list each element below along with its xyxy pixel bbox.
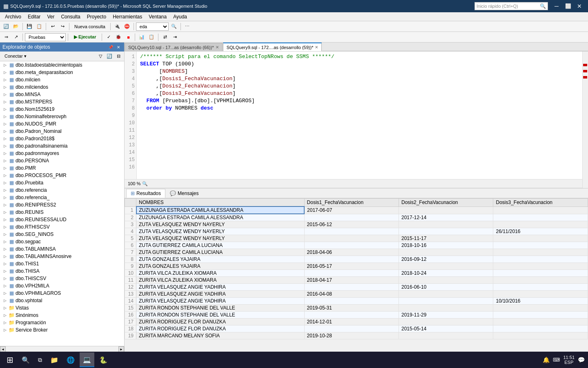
tree-item-reunis[interactable]: ▷ ▦ dbo.REUNIS: [0, 209, 124, 216]
tab-close-icon[interactable]: ✕: [216, 45, 219, 49]
undo-button[interactable]: ↩: [48, 22, 57, 31]
ssms-button[interactable]: 💻: [80, 352, 94, 367]
debug-button[interactable]: 🐞: [114, 33, 123, 42]
scroll-right[interactable]: ►: [118, 346, 124, 352]
search-input-placeholder[interactable]: Inicio rápido (Ctrl+Q): [477, 4, 518, 9]
parse-button[interactable]: ✓: [104, 33, 113, 42]
oe-pin-button[interactable]: 📌: [107, 44, 114, 50]
oe-close-button[interactable]: ✕: [115, 44, 122, 50]
tree-item-programacion[interactable]: ▷ 📁 Programación: [0, 319, 124, 326]
menu-proyecto[interactable]: Proyecto: [84, 13, 109, 20]
table-row[interactable]: 18ZURITA RODRIGUEZ FLOR DANUZKA2015-05-1…: [125, 325, 588, 332]
code-content[interactable]: /****** Script para el comando SelectTop…: [137, 52, 582, 179]
format-button[interactable]: ⇄: [160, 33, 169, 42]
tree-item-thisa[interactable]: ▷ ▦ dbo.THISA: [0, 267, 124, 275]
menu-archivo[interactable]: Archivo: [2, 13, 24, 20]
oe-refresh-button[interactable]: 🔄: [105, 52, 114, 61]
oe-filter-button[interactable]: ▽: [96, 52, 105, 61]
results-tab-mensajes[interactable]: 💬 Mensajes: [165, 189, 203, 198]
disconnect-button[interactable]: ⛔: [122, 22, 131, 31]
table-row[interactable]: 14ZURITA VELASQUEZ ANGIE YADHIRA10/10/20…: [125, 298, 588, 305]
editor-scrollbar[interactable]: [582, 52, 588, 188]
tree-item-mstrpers[interactable]: ▷ ▦ dbo.MSTRPERS: [0, 98, 124, 105]
table-row[interactable]: 16ZURITA RONDON STEPHANIE DEL VALLE2019-…: [125, 312, 588, 319]
menu-herramientas[interactable]: Herramientas: [109, 13, 145, 20]
menu-editar[interactable]: Editar: [24, 13, 44, 20]
file-explorer-button[interactable]: 📁: [47, 352, 62, 367]
tree-item-procesos[interactable]: ▷ ▦ dbo.PROCESOS_PMR: [0, 172, 124, 179]
results-content[interactable]: NOMBRES Dosis1_FechaVacunacion Dosis2_Fe…: [125, 198, 588, 352]
col-dosis2[interactable]: Dosis2_FechaVacunacion: [399, 199, 493, 207]
menu-ayuda[interactable]: Ayuda: [170, 13, 190, 20]
table-row[interactable]: 12ZURITA VELASQUEZ ANGIE YADHIRA2016-06-…: [125, 284, 588, 291]
col-dosis3[interactable]: Dosis3_FechaVacunacion: [493, 199, 588, 207]
table-row[interactable]: 19ZURITA MARCANO MELANY SOFIA2019-10-28: [125, 332, 588, 339]
tree-item-vistas[interactable]: ▷ 📁 Vistas: [0, 304, 124, 312]
tree-item-tablaminsa[interactable]: ▷ ▦ dbo.TABLAMINSA: [0, 245, 124, 253]
results-button[interactable]: 📋: [147, 33, 156, 42]
tree-item-pmr[interactable]: ▷ ▦ dbo.PMR: [0, 164, 124, 172]
table-row[interactable]: 17ZURITA RODRIGUEZ FLOR DANUZKA2014-12-0…: [125, 319, 588, 325]
save-button[interactable]: 💾: [25, 22, 34, 31]
tree-item-vphmilagros[interactable]: ▷ ▦ dbo.VPHMILAGROS: [0, 289, 124, 297]
tree-item-meta[interactable]: ▷ ▦ dbo.meta_desparasitacion: [0, 69, 124, 76]
table-row[interactable]: 8ZUTA GONZALES YAJAIRA2016-09-12: [125, 256, 588, 263]
toolbar-more[interactable]: ⋯: [183, 22, 192, 31]
oe-collapse-button[interactable]: ⊟: [114, 52, 122, 61]
open-button[interactable]: 📂: [11, 22, 20, 31]
tree-item-padronmayores[interactable]: ▷ ▦ dbo.padronmayores: [0, 150, 124, 157]
table-row[interactable]: 2ZUZUNAGA ESTRADA CAMILA ALESSANDRA2017-…: [125, 214, 588, 221]
start-button[interactable]: ⊞: [3, 352, 17, 367]
col-nombres[interactable]: NOMBRES: [136, 199, 305, 207]
table-row[interactable]: 10ZURITA VILCA ZULEIKA XIOMARA2018-10-24: [125, 270, 588, 277]
new-query-button[interactable]: Nueva consulta: [71, 22, 108, 31]
tree-item-padron-nominal[interactable]: ▷ ▦ dbo.Padron_Nominal: [0, 128, 124, 135]
tree-item-rthiscsv[interactable]: ▷ ▦ dbo.RTHISCSV: [0, 223, 124, 231]
col-dosis1[interactable]: Dosis1_FechaVacunacion: [304, 199, 399, 207]
tree-item-sinonimos[interactable]: ▷ 📁 Sinónimos: [0, 312, 124, 319]
tree-item-persona[interactable]: ▷ ▦ dbo.PERSONA: [0, 157, 124, 164]
tree-item-reunissalud[interactable]: ▷ ▦ dbo.REUNISESSALUD: [0, 216, 124, 223]
table-row[interactable]: 7ZUTA GUTIERREZ CAMILA LUCIANA2018-04-06: [125, 249, 588, 256]
show-plan-button[interactable]: 📊: [137, 33, 146, 42]
maximize-button[interactable]: ⬜: [563, 2, 573, 10]
tree-item-renipress[interactable]: ▷ ▦ dbo.RENIPRESS2: [0, 201, 124, 209]
tree-item-segninos[interactable]: ▷ ▦ dbo.SEG_NINOS: [0, 231, 124, 238]
oe-hscrollbar[interactable]: ◄ ►: [0, 346, 124, 352]
tree-item-vph2mila[interactable]: ▷ ▦ dbo.VPH2MILA: [0, 282, 124, 289]
notification-icon[interactable]: 🔔: [543, 357, 550, 363]
menu-ventana[interactable]: Ventana: [145, 13, 170, 20]
redo-button[interactable]: ↪: [58, 22, 67, 31]
tree-item-vphtotal[interactable]: ▷ ▦ dbo.vphtotal: [0, 297, 124, 304]
minimize-button[interactable]: ─: [551, 2, 562, 10]
notifications-panel[interactable]: 💬: [578, 357, 585, 363]
table-row[interactable]: 11ZURITA VILCA ZULEIKA XIOMARA2018-04-17: [125, 277, 588, 284]
search-box[interactable]: Inicio rápido (Ctrl+Q) 🔍: [474, 2, 548, 10]
stop-button[interactable]: ■: [124, 33, 133, 42]
close-button[interactable]: ✕: [574, 2, 585, 10]
tree-item-padron2018[interactable]: ▷ ▦ dbo.Padron2018$: [0, 135, 124, 142]
database-context-dropdown[interactable]: Pruebas: [25, 33, 66, 41]
connect-button[interactable]: 🔌: [113, 22, 122, 31]
step2-btn[interactable]: ↗: [11, 33, 20, 42]
tree-item-nudos[interactable]: ▷ ▦ dbo.NUDOS_PMR: [0, 120, 124, 128]
tree-item-padronall[interactable]: ▷ ▦ dbo.padronallsinanemia: [0, 142, 124, 150]
tree-item-listado[interactable]: ▷ ▦ dbo.listadoestablecimientopais: [0, 61, 124, 69]
task-view-button[interactable]: ⧉: [35, 352, 45, 367]
tab-close-icon[interactable]: ✕: [315, 45, 318, 49]
tree-item-referencia2[interactable]: ▷ ▦ dbo.referencia_: [0, 194, 124, 201]
zoom-level[interactable]: 100 %: [128, 181, 140, 186]
menu-ver[interactable]: Ver: [44, 13, 58, 20]
table-row[interactable]: 15ZURITA RONDON STEPHANIE DEL VALLE2019-…: [125, 305, 588, 312]
save-all-button[interactable]: 📋: [35, 22, 44, 31]
table-row[interactable]: 13ZURITA VELASQUEZ ANGIE YADHIRA2016-04-…: [125, 291, 588, 298]
table-row[interactable]: 1ZUZUNAGA ESTRADA CAMILA ALESSANDRA2017-…: [125, 206, 588, 214]
tree-item-this1[interactable]: ▷ ▦ dbo.THIS1: [0, 260, 124, 267]
table-row[interactable]: 5ZUTA VELASQUEZ WENDY NAYERLY2015-11-17: [125, 235, 588, 242]
database-dropdown[interactable]: eda: [136, 22, 169, 31]
tree-item-service-broker[interactable]: ▷ 📁 Service Broker: [0, 326, 124, 334]
menu-consulta[interactable]: Consulta: [58, 13, 83, 20]
tree-item-nominalfebrero[interactable]: ▷ ▦ dbo.Nominalfebrerovph: [0, 113, 124, 120]
zoom-icon[interactable]: 🔍: [142, 181, 148, 186]
chrome-button[interactable]: 🌐: [63, 352, 78, 367]
